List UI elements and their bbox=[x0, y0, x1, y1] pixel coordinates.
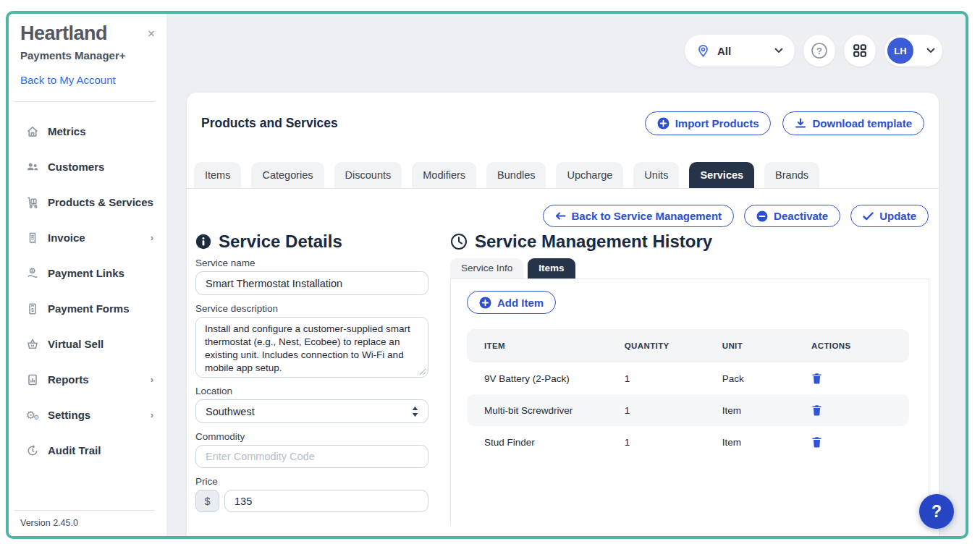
service-description-label: Service description bbox=[195, 303, 428, 314]
product-name: Payments Manager+ bbox=[20, 49, 125, 61]
sidebar-item-products-services[interactable]: Products & Services bbox=[9, 184, 166, 220]
close-icon[interactable]: × bbox=[148, 27, 155, 41]
tab-bundles[interactable]: Bundles bbox=[486, 162, 546, 188]
clock-icon bbox=[450, 233, 468, 250]
history-icon bbox=[26, 444, 39, 457]
sidebar-nav: Metrics Customers Products & Services bbox=[9, 114, 166, 468]
delete-item-button[interactable] bbox=[811, 373, 823, 384]
history-tabs: Service Info Items bbox=[450, 258, 929, 279]
svg-text:$: $ bbox=[31, 307, 34, 313]
service-name-input[interactable] bbox=[195, 271, 428, 295]
location-selector[interactable]: All bbox=[685, 35, 795, 67]
sidebar-item-payment-links[interactable]: $ Payment Links bbox=[9, 255, 166, 291]
product-tabs: Items Categories Discounts Modifiers Bun… bbox=[187, 162, 939, 189]
cell-quantity: 1 bbox=[625, 437, 722, 448]
back-to-service-management-button[interactable]: Back to Service Management bbox=[543, 205, 735, 227]
currency-prefix: $ bbox=[195, 490, 219, 512]
download-template-button[interactable]: Download template bbox=[782, 111, 924, 135]
tab-categories[interactable]: Categories bbox=[251, 162, 324, 188]
tab-units[interactable]: Units bbox=[633, 162, 679, 188]
svg-text:?: ? bbox=[816, 46, 822, 56]
app-launcher-button[interactable] bbox=[844, 35, 876, 67]
add-item-button[interactable]: Add Item bbox=[467, 291, 556, 314]
cell-quantity: 1 bbox=[625, 373, 722, 384]
minus-circle-icon bbox=[756, 211, 768, 222]
tab-upcharge[interactable]: Upcharge bbox=[556, 162, 623, 188]
tab-service-info[interactable]: Service Info bbox=[450, 258, 523, 279]
document-dollar-icon: $ bbox=[26, 302, 39, 315]
col-item: ITEM bbox=[484, 341, 625, 350]
cell-item: Multi-bit Screwdriver bbox=[484, 405, 625, 416]
price-input[interactable] bbox=[224, 490, 428, 512]
cell-item: 9V Battery (2-Pack) bbox=[484, 373, 625, 384]
sidebar-item-virtual-sell[interactable]: Virtual Sell bbox=[9, 326, 166, 362]
service-description-textarea[interactable]: Install and configure a customer-supplie… bbox=[195, 317, 428, 378]
sidebar-item-audit-trail[interactable]: Audit Trail bbox=[9, 433, 166, 468]
sidebar-item-settings[interactable]: ⚙⚙ Settings › bbox=[9, 397, 166, 433]
commodity-input[interactable] bbox=[195, 445, 428, 468]
sidebar-item-metrics[interactable]: Metrics bbox=[9, 114, 166, 149]
back-to-account-link[interactable]: Back to My Account bbox=[20, 74, 116, 86]
tab-history-items[interactable]: Items bbox=[528, 258, 575, 279]
location-value: All bbox=[717, 45, 774, 57]
topbar: All ? LH bbox=[685, 35, 942, 67]
update-button[interactable]: Update bbox=[850, 205, 929, 227]
deactivate-button[interactable]: Deactivate bbox=[744, 205, 840, 227]
sidebar-item-label: Payment Forms bbox=[48, 302, 130, 315]
service-name-label: Service name bbox=[195, 258, 428, 268]
page-title: Products and Services bbox=[201, 116, 338, 131]
heartland-logo: Heartland bbox=[20, 22, 107, 44]
location-label: Location bbox=[195, 386, 428, 396]
arrow-left-icon bbox=[555, 211, 566, 221]
location-pin-icon bbox=[696, 44, 710, 58]
sidebar-item-label: Metrics bbox=[48, 125, 86, 137]
sidebar-item-payment-forms[interactable]: $ Payment Forms bbox=[9, 291, 166, 326]
sidebar: Heartland × Payments Manager+ Back to My… bbox=[9, 14, 166, 536]
sidebar-item-reports[interactable]: Reports › bbox=[9, 362, 166, 397]
tab-services[interactable]: Services bbox=[689, 162, 754, 188]
col-quantity: QUANTITY bbox=[625, 341, 722, 350]
sidebar-item-label: Settings bbox=[48, 409, 90, 421]
check-icon bbox=[863, 212, 874, 221]
floating-help-button[interactable]: ? bbox=[919, 494, 954, 529]
trash-icon bbox=[811, 404, 822, 416]
service-details-section: Service Details Service name Service des… bbox=[195, 231, 428, 525]
items-table: ITEM QUANTITY UNIT ACTIONS 9V Battery (2… bbox=[467, 329, 909, 458]
plus-circle-icon bbox=[657, 117, 669, 129]
cell-unit: Item bbox=[722, 437, 811, 448]
chart-icon bbox=[26, 373, 39, 386]
delete-item-button[interactable] bbox=[811, 436, 823, 448]
service-details-heading: Service Details bbox=[219, 231, 342, 252]
version-divider bbox=[14, 510, 155, 511]
user-menu[interactable]: LH bbox=[884, 35, 942, 67]
avatar: LH bbox=[887, 38, 913, 64]
tab-discounts[interactable]: Discounts bbox=[334, 162, 402, 188]
hand-dollar-icon: $ bbox=[26, 267, 39, 280]
cell-unit: Item bbox=[722, 405, 811, 416]
sidebar-item-customers[interactable]: Customers bbox=[9, 149, 166, 184]
commodity-label: Commodity bbox=[195, 431, 428, 442]
cell-unit: Pack bbox=[722, 373, 811, 384]
delete-item-button[interactable] bbox=[811, 404, 823, 416]
sidebar-item-label: Products & Services bbox=[48, 196, 153, 208]
trash-icon bbox=[811, 436, 822, 448]
sidebar-item-label: Audit Trail bbox=[48, 444, 101, 456]
download-icon bbox=[795, 118, 806, 129]
tab-items[interactable]: Items bbox=[194, 162, 241, 188]
history-section: Service Management History Service Info … bbox=[450, 231, 929, 525]
sidebar-divider bbox=[14, 101, 155, 102]
users-icon bbox=[26, 161, 39, 174]
receipt-icon bbox=[26, 231, 39, 245]
tab-brands[interactable]: Brands bbox=[764, 162, 819, 188]
tab-modifiers[interactable]: Modifiers bbox=[412, 162, 476, 188]
import-products-button[interactable]: Import Products bbox=[645, 111, 772, 135]
col-unit: UNIT bbox=[722, 341, 811, 350]
dolly-icon bbox=[26, 196, 39, 209]
price-label: Price bbox=[195, 476, 428, 487]
chevron-down-icon bbox=[926, 48, 935, 54]
chevron-right-icon: › bbox=[151, 232, 153, 243]
help-button[interactable]: ? bbox=[803, 35, 835, 67]
location-select[interactable]: Southwest bbox=[195, 399, 428, 423]
table-row: Stud Finder 1 Item bbox=[467, 426, 909, 458]
sidebar-item-invoice[interactable]: Invoice › bbox=[9, 220, 166, 255]
